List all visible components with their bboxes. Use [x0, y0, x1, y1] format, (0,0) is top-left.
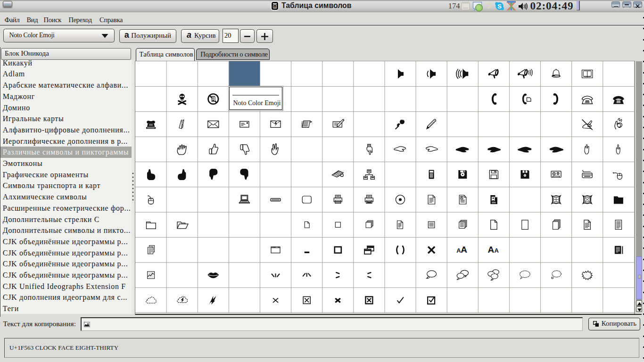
svg-text:S: S — [497, 3, 502, 10]
